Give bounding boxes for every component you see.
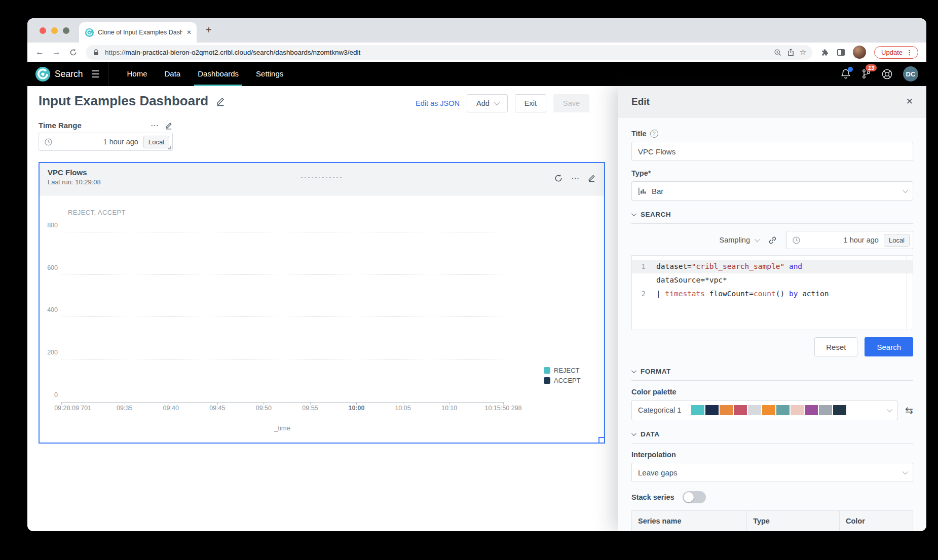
panel-more-icon[interactable]: ⋯ [571,173,579,183]
time-range-label: Time Range [39,121,82,130]
query-line: 2| timestats flowCount=count() by action [632,287,913,301]
edit-as-json-link[interactable]: Edit as JSON [416,99,460,107]
reset-button[interactable]: Reset [814,337,857,356]
palette-color-swatch [691,405,704,415]
interpolation-label: Interpolation [631,451,913,459]
cribl-logo[interactable] [35,67,50,82]
search-section-header[interactable]: SEARCH [631,211,913,224]
panel-edit-icon[interactable] [587,174,596,182]
format-section-header[interactable]: FORMAT [631,368,913,381]
help-icon[interactable] [881,68,893,80]
column-header: Series name [632,511,747,531]
color-palette-select[interactable]: Categorical 1 [631,400,897,420]
x-tick-label: 10:00 [348,405,364,412]
browser-profile-avatar[interactable] [853,46,866,59]
zoom-window-button[interactable] [63,27,69,34]
bookmark-star-icon[interactable]: ☆ [800,48,806,57]
save-button[interactable]: Save [553,94,589,112]
browser-tab[interactable]: Clone of Input Examples Dash ✕ [79,22,197,43]
line-number: 1 [632,260,651,273]
user-avatar[interactable]: DC [903,66,918,82]
collapse-chevron-icon [631,431,636,436]
back-icon[interactable]: ← [35,47,44,57]
legend-item: REJECT [544,367,581,374]
drag-handle-icon[interactable] [300,176,344,181]
add-button[interactable]: Add [467,94,508,112]
query-line: 1dataset="cribl_search_sample" and [632,260,913,273]
nav-item-settings[interactable]: Settings [247,62,292,86]
chevron-down-icon [887,407,892,412]
notifications-button[interactable] [841,68,851,79]
y-tick-label: 600 [41,264,58,271]
dashboard-edit-page: Input Examples Dashboard Edit as JSON Ad… [27,86,926,531]
forward-icon[interactable]: → [52,47,61,57]
query-code: dataSource=*vpc* [651,273,913,287]
palette-color-swatch [705,405,719,415]
legend-label: ACCEPT [554,377,581,384]
extensions-puzzle-icon[interactable] [820,48,829,57]
search-time-range-picker[interactable]: 1 hour ago Local [786,231,913,249]
line-number: 2 [632,287,651,301]
page-title: Input Examples Dashboard [39,93,208,109]
hamburger-menu-icon[interactable]: ☰ [91,68,99,80]
zoom-page-icon[interactable] [773,48,782,57]
tab-close-icon[interactable]: ✕ [186,29,192,36]
vpc-flows-panel[interactable]: VPC Flows Last run: 10:29:08 ⋯ REJECT [39,162,605,444]
column-header: Type [747,511,840,531]
data-section-header[interactable]: DATA [631,430,913,444]
title-input[interactable]: VPC Flows [631,142,913,161]
new-tab-button[interactable]: + [206,24,212,35]
notification-dot [848,67,853,72]
chevron-down-icon [494,100,500,105]
query-editor[interactable]: 1dataset="cribl_search_sample" anddataSo… [631,255,913,330]
x-tick-label: 10:10 [441,405,457,412]
url-field[interactable]: https://main-practical-bieron-o2qmot2.cr… [86,45,812,60]
reload-icon[interactable] [69,48,78,57]
stack-series-toggle[interactable] [683,491,706,503]
deployments-badge: 13 [866,64,877,71]
legend-label: REJECT [554,367,580,374]
nav-item-home[interactable]: Home [119,62,156,86]
time-range-picker[interactable]: 1 hour ago Local [39,133,173,151]
window-controls[interactable] [40,27,69,34]
share-icon[interactable] [786,48,795,57]
sampling-dropdown[interactable]: Sampling [720,236,759,244]
gridline [61,274,503,275]
refresh-icon[interactable] [554,174,563,183]
help-question-icon[interactable]: ? [650,130,658,138]
url-rest: main-practical-bieron-o2qmot2.cribl.clou… [126,49,361,56]
query-code: | timestats flowCount=count() by action [651,287,913,301]
nav-item-dashboards[interactable]: Dashboards [189,62,247,86]
stack-series-label: Stack series [631,493,674,501]
palette-color-swatch [748,405,761,415]
interpolation-select[interactable]: Leave gaps [631,463,913,482]
line-number [632,273,651,287]
dashboard-actions: Edit as JSON Add Exit Save [416,94,589,112]
stack-series-row: Stack series [631,491,913,503]
search-time-value: 1 hour ago [844,236,879,244]
deployments-button[interactable]: 13 [861,68,871,79]
nav-item-data[interactable]: Data [156,62,190,86]
type-select[interactable]: Bar [631,181,913,201]
search-button[interactable]: Search [865,337,913,356]
timezone-local-button[interactable]: Local [143,136,169,148]
swap-colors-icon[interactable]: ⇆ [905,405,913,416]
browser-update-button[interactable]: Update ⋮ [874,46,918,59]
browser-menu-icon[interactable]: ⋮ [906,49,913,56]
edit-title-icon[interactable] [215,96,226,106]
close-window-button[interactable] [40,27,46,34]
resize-handle-icon[interactable] [168,146,171,149]
exit-button[interactable]: Exit [515,94,546,112]
side-panel-icon[interactable] [837,49,845,56]
minimize-window-button[interactable] [51,27,58,34]
time-range-edit-icon[interactable] [165,122,173,130]
x-axis-label: _time [61,424,503,432]
search-timezone-local-button[interactable]: Local [884,234,910,247]
drawer-close-icon[interactable]: ✕ [906,96,913,107]
time-range-more-icon[interactable]: ⋯ [151,121,159,130]
link-icon[interactable] [768,235,777,245]
palette-color-swatch [720,405,733,415]
edit-drawer: Edit ✕ Title ? VPC Flows Type* [618,86,926,531]
app-header: Search ☰ HomeDataDashboardsSettings 13 [27,62,926,86]
clock-icon [44,138,53,146]
